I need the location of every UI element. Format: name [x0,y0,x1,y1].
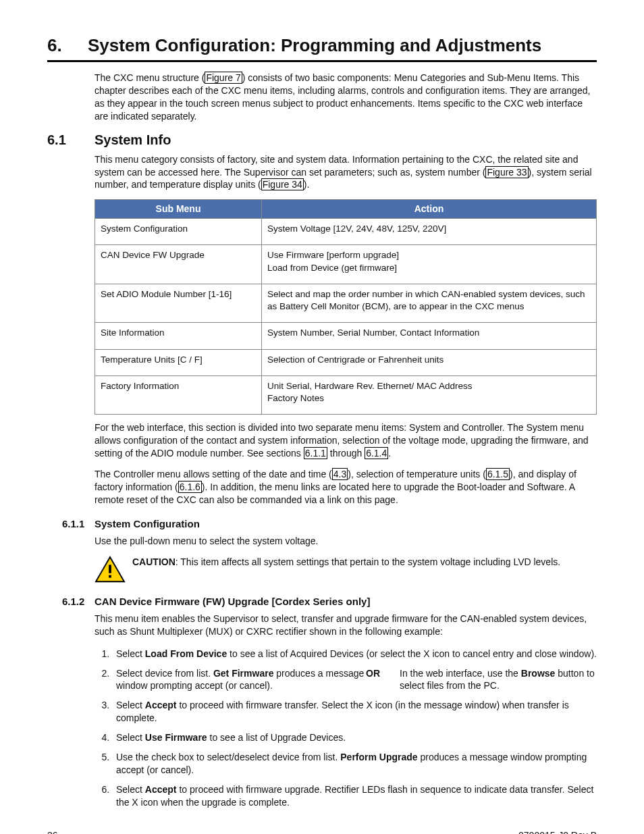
link-figure-7[interactable]: Figure 7 [205,72,242,84]
table-cell-action: Select and map the order number in which… [262,284,597,322]
section-6-1-1-heading: 6.1.1System Configuration [47,517,597,531]
warning-icon [95,556,126,584]
table-cell-action: System Number, Serial Number, Contact In… [262,323,597,349]
list-item: Select device from list. Get Firmware pr… [112,667,597,693]
link-4-3[interactable]: 4.3 [332,468,348,480]
caution-text: CAUTION: This item affects all system se… [132,556,560,569]
chapter-title-text: System Configuration: Programming and Ad… [88,35,541,55]
table-header-submenu: Sub Menu [95,200,262,219]
section-number: 6.1 [47,131,95,149]
link-6-1-4[interactable]: 6.1.4 [365,447,388,459]
document-id: 0700015-J0 Rev B [518,829,597,834]
intro-paragraph: The CXC menu structure (Figure 7) consis… [95,72,597,123]
table-cell-submenu: Set ADIO Module Number [1-16] [95,284,262,322]
chapter-heading: 6.System Configuration: Programming and … [47,34,597,62]
section-6-1-2-paragraph: This menu item enables the Supervisor to… [95,613,597,638]
upgrade-steps: Select Load From Device to see a list of… [95,648,597,809]
list-item: Select Accept to proceed with firmware u… [112,783,597,809]
section-title: System Info [95,132,171,147]
subsection-title: System Configuration [95,518,200,529]
section-6-1-paragraph: This menu category consists of factory, … [95,153,597,192]
list-item: Select Load From Device to see a list of… [112,648,597,660]
svg-rect-2 [109,575,111,577]
system-info-table: Sub Menu Action System ConfigurationSyst… [95,199,597,415]
or-label: OR [366,667,400,693]
table-row: System ConfigurationSystem Voltage [12V,… [95,219,597,245]
table-row: Site InformationSystem Number, Serial Nu… [95,323,597,349]
table-cell-action: Unit Serial, Hardware Rev. Ethernet/ MAC… [262,375,597,414]
section-6-1-heading: 6.1System Info [47,131,597,149]
list-item: Use the check box to select/deselect dev… [112,751,597,777]
link-6-1-5[interactable]: 6.1.5 [486,468,510,480]
table-cell-submenu: System Configuration [95,219,262,245]
section-6-1-1-paragraph: Use the pull-down menu to select the sys… [95,535,597,548]
svg-rect-1 [109,565,111,573]
after-table-p1: For the web interface, this section is d… [95,421,597,460]
table-cell-submenu: CAN Device FW Upgrade [95,245,262,284]
table-cell-action: Use Firmware [perform upgrade]Load from … [262,245,597,284]
page-footer: 36 0700015-J0 Rev B [47,829,597,834]
caution-block: CAUTION: This item affects all system se… [95,556,597,584]
list-item: Select Use Firmware to see a list of Upg… [112,731,597,744]
link-6-1-1[interactable]: 6.1.1 [304,447,327,459]
caution-label: CAUTION [132,556,176,567]
link-6-1-6[interactable]: 6.1.6 [178,481,202,493]
link-figure-33[interactable]: Figure 33 [485,166,528,178]
table-row: Set ADIO Module Number [1-16]Select and … [95,284,597,322]
table-cell-action: Selection of Centrigrade or Fahrenheit u… [262,349,597,375]
chapter-number: 6. [47,34,88,57]
after-table-p2: The Controller menu allows setting of th… [95,468,597,506]
table-cell-action: System Voltage [12V, 24V, 48V, 125V, 220… [262,219,597,245]
table-cell-submenu: Factory Information [95,375,262,414]
table-cell-submenu: Site Information [95,323,262,349]
subsection-title: CAN Device Firmware (FW) Upgrade [Cordex… [95,596,370,607]
section-6-1-2-heading: 6.1.2CAN Device Firmware (FW) Upgrade [C… [47,595,597,608]
table-row: Temperature Units [C / F]Selection of Ce… [95,349,597,375]
table-header-action: Action [262,200,597,219]
table-row: CAN Device FW UpgradeUse Firmware [perfo… [95,245,597,284]
subsection-number: 6.1.1 [62,517,95,531]
page-number: 36 [47,829,58,834]
link-figure-34[interactable]: Figure 34 [261,178,304,190]
subsection-number: 6.1.2 [62,595,95,608]
table-row: Factory InformationUnit Serial, Hardware… [95,375,597,414]
table-cell-submenu: Temperature Units [C / F] [95,349,262,375]
list-item: Select Accept to proceed with firmware t… [112,699,597,725]
